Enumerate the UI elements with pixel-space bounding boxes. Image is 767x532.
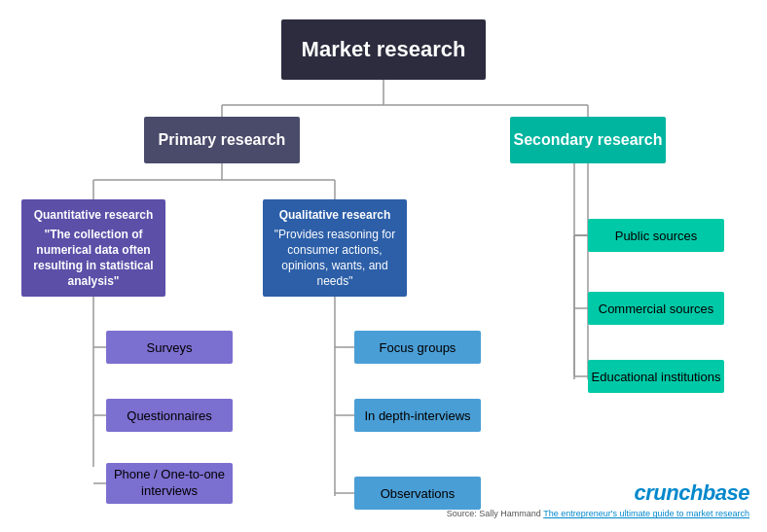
commercial-sources-node: Commercial sources [588,292,724,325]
market-research-label: Market research [302,37,466,62]
quantitative-title: Quantitative research [29,207,158,223]
public-sources-label: Public sources [615,229,698,243]
quantitative-node: Quantitative research "The collection of… [21,199,165,297]
educational-node: Educational institutions [588,360,724,393]
surveys-label: Surveys [147,340,193,355]
phone-label: Phone / One-to-one interviews [106,467,233,500]
questionnaires-node: Questionnaires [106,399,233,432]
commercial-sources-label: Commercial sources [599,301,713,316]
questionnaires-label: Questionnaires [127,408,211,423]
primary-research-label: Primary research [159,131,286,149]
source-text: Source: Sally Hammand [447,509,541,518]
crunchbase-logo: crunchbase [447,480,749,506]
phone-node: Phone / One-to-one interviews [106,463,233,504]
qualitative-desc: "Provides reasoning for consumer actions… [271,227,399,290]
focus-groups-node: Focus groups [354,331,481,364]
market-research-node: Market research [281,19,486,80]
diagram: Market research Primary research Seconda… [0,0,767,532]
focus-groups-label: Focus groups [380,340,457,355]
surveys-node: Surveys [106,331,233,364]
crunchbase-branding: crunchbase Source: Sally Hammand The ent… [447,480,749,520]
primary-research-node: Primary research [144,117,300,163]
secondary-research-label: Secondary research [514,131,663,149]
observations-label: Observations [381,486,456,501]
source-link[interactable]: The entrepreneur's ultimate guide to mar… [543,509,749,518]
indepth-node: In depth-interviews [354,399,481,432]
indepth-label: In depth-interviews [364,408,470,423]
educational-label: Educational institutions [592,370,721,384]
qualitative-node: Qualitative research "Provides reasoning… [263,199,407,297]
public-sources-node: Public sources [588,219,724,252]
qualitative-title: Qualitative research [271,207,399,223]
secondary-research-node: Secondary research [510,117,666,163]
quantitative-desc: "The collection of numerical data often … [29,227,158,290]
crunchbase-source: Source: Sally Hammand The entrepreneur's… [447,508,749,520]
